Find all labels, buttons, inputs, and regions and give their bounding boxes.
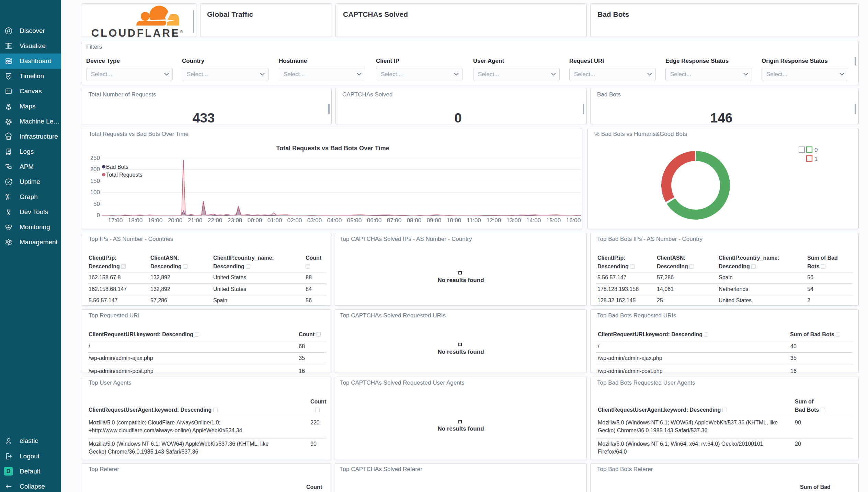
svg-text:07:00: 07:00 [387, 217, 402, 224]
svg-text:14:00: 14:00 [526, 217, 541, 224]
svg-text:18:00: 18:00 [128, 217, 143, 224]
svg-text:200: 200 [90, 166, 100, 173]
svg-text:12:00: 12:00 [487, 217, 501, 224]
svg-text:Total Requests vs Bad Bots Ove: Total Requests vs Bad Bots Over Time [276, 145, 389, 152]
svg-text:100: 100 [90, 189, 100, 196]
svg-text:0: 0 [97, 212, 100, 219]
svg-text:05:00: 05:00 [347, 217, 362, 224]
svg-text:50: 50 [93, 201, 100, 207]
svg-text:23:00: 23:00 [228, 217, 242, 224]
svg-text:Bad Bots: Bad Bots [106, 164, 128, 170]
svg-text:21:00: 21:00 [188, 217, 203, 224]
svg-text:08:00: 08:00 [407, 217, 422, 224]
svg-text:11:00: 11:00 [467, 217, 481, 224]
svg-text:Total Requests: Total Requests [106, 172, 142, 178]
svg-text:250: 250 [90, 155, 100, 161]
svg-text:01:00: 01:00 [267, 217, 282, 224]
svg-text:17:00: 17:00 [108, 217, 123, 224]
svg-text:06:00: 06:00 [367, 217, 382, 224]
svg-text:22:00: 22:00 [208, 217, 222, 224]
svg-text:1: 1 [814, 156, 818, 162]
svg-text:03:00: 03:00 [307, 217, 322, 224]
svg-text:16:00: 16:00 [566, 217, 581, 224]
svg-text:04:00: 04:00 [327, 217, 342, 224]
svg-text:150: 150 [90, 178, 100, 184]
svg-text:00:00: 00:00 [248, 217, 262, 224]
svg-text:09:00: 09:00 [427, 217, 442, 224]
svg-text:19:00: 19:00 [148, 217, 163, 224]
svg-text:02:00: 02:00 [287, 217, 302, 224]
svg-text:15:00: 15:00 [546, 217, 561, 224]
svg-text:13:00: 13:00 [506, 217, 521, 224]
svg-text:0: 0 [814, 147, 818, 153]
svg-text:20:00: 20:00 [168, 217, 183, 224]
svg-text:10:00: 10:00 [447, 217, 461, 224]
